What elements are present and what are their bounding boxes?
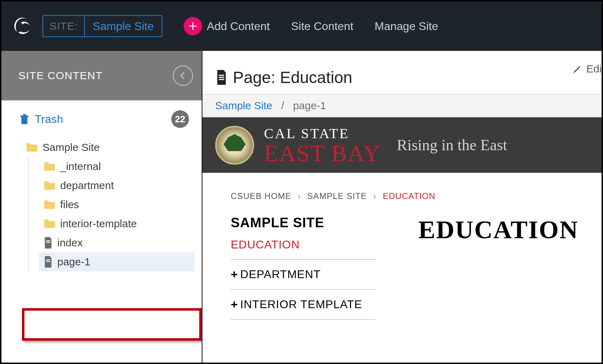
tree-label: _internal <box>60 160 101 172</box>
edit-label: Edi <box>586 63 602 75</box>
add-content-label: Add Content <box>207 20 270 33</box>
brand-logo-icon <box>10 13 35 39</box>
svg-rect-5 <box>219 77 224 78</box>
sidenav-link-interior-template[interactable]: + INTERIOR TEMPLATE <box>231 290 376 320</box>
trash-row[interactable]: Trash 22 <box>1 100 202 135</box>
sidebar: SITE CONTENT Trash 22 Sample Site _inter… <box>1 51 202 363</box>
content-area: Edi Page: Education Sample Site / page-1… <box>202 51 602 363</box>
preview-breadcrumb: CSUEB HOME › SAMPLE SITE › EDUCATION <box>202 173 602 201</box>
svg-rect-2 <box>46 259 50 260</box>
tree-item-department[interactable]: department <box>39 176 195 195</box>
sidenav-label: EDUCATION <box>231 238 300 251</box>
tree-item-page-1[interactable]: page-1 <box>39 252 195 271</box>
banner-text: CAL STATE EAST BAY <box>264 125 381 165</box>
collapse-sidebar-button[interactable] <box>173 65 193 86</box>
sidebar-header: SITE CONTENT <box>1 51 202 100</box>
folder-icon <box>43 180 56 191</box>
trash-label: Trash <box>35 113 63 126</box>
banner-tagline: Rising in the East <box>397 136 507 154</box>
breadcrumb-root[interactable]: Sample Site <box>215 100 272 111</box>
page-title: Page: Education <box>202 51 602 94</box>
site-banner: CAL STATE EAST BAY Rising in the East <box>202 117 602 173</box>
sidenav-heading: SAMPLE SITE <box>231 215 376 230</box>
breadcrumb: Sample Site / page-1 <box>202 94 602 117</box>
university-seal-icon <box>215 126 254 165</box>
nav-site-content[interactable]: Site Content <box>291 20 353 33</box>
file-tree: Sample Site _internal department files <box>1 135 202 271</box>
banner-line2: EAST BAY <box>264 142 381 165</box>
preview-columns: SAMPLE SITE EDUCATION + DEPARTMENT + INT… <box>202 201 602 320</box>
nav-manage-site[interactable]: Manage Site <box>375 20 438 33</box>
tree-item-interior-template[interactable]: interior-template <box>39 214 195 233</box>
folder-icon <box>25 142 38 153</box>
preview-heading: EDUCATION <box>418 215 579 245</box>
tree-item-internal[interactable]: _internal <box>39 157 195 176</box>
folder-icon <box>43 199 56 210</box>
tree-root[interactable]: Sample Site <box>21 138 195 157</box>
tree-children: _internal department files interior-temp… <box>28 157 195 271</box>
site-selector-label: SITE: <box>43 16 85 36</box>
svg-rect-0 <box>46 240 50 241</box>
pcrumb-1[interactable]: SAMPLE SITE <box>307 191 367 201</box>
sidenav-label: DEPARTMENT <box>240 268 321 281</box>
pcrumb-0[interactable]: CSUEB HOME <box>231 191 291 201</box>
svg-rect-6 <box>219 79 224 80</box>
tree-label: interior-template <box>60 218 137 230</box>
annotation-highlight <box>22 308 202 341</box>
sidenav-link-department[interactable]: + DEPARTMENT <box>231 260 376 290</box>
tree-label: index <box>57 237 83 249</box>
sidenav-link-education[interactable]: EDUCATION <box>231 230 376 260</box>
trash-count-badge: 22 <box>171 110 189 128</box>
edit-button[interactable]: Edi <box>572 63 602 75</box>
trash-icon <box>18 113 30 125</box>
sidenav-label: INTERIOR TEMPLATE <box>240 298 362 311</box>
tree-item-index[interactable]: index <box>39 233 195 252</box>
tree-label: files <box>60 199 79 211</box>
preview-main: EDUCATION <box>418 215 579 320</box>
page-icon <box>43 237 53 249</box>
svg-rect-1 <box>46 242 50 243</box>
tree-root-label: Sample Site <box>42 141 100 153</box>
preview-sidenav: SAMPLE SITE EDUCATION + DEPARTMENT + INT… <box>231 215 376 320</box>
top-nav: SITE: Sample Site Add Content Site Conte… <box>1 1 602 51</box>
chevron-left-icon <box>178 71 188 81</box>
main-split: SITE CONTENT Trash 22 Sample Site _inter… <box>1 51 602 363</box>
page-icon <box>43 256 53 268</box>
plus-icon: + <box>231 268 238 281</box>
breadcrumb-sep <box>275 100 281 111</box>
plus-icon <box>184 17 202 35</box>
tree-label: page-1 <box>57 256 90 268</box>
banner-line1: CAL STATE <box>264 125 381 142</box>
add-content-button[interactable]: Add Content <box>184 17 270 35</box>
tree-item-files[interactable]: files <box>39 195 195 214</box>
page-title-text: Page: Education <box>233 68 352 87</box>
breadcrumb-current: page-1 <box>293 100 326 111</box>
site-selector[interactable]: SITE: Sample Site <box>42 15 162 37</box>
site-selector-value: Sample Site <box>85 16 162 36</box>
svg-rect-4 <box>219 75 224 76</box>
chevron-right-icon: › <box>373 191 377 201</box>
svg-rect-3 <box>46 261 50 262</box>
sidebar-title: SITE CONTENT <box>18 70 103 82</box>
pencil-icon <box>572 64 583 74</box>
tree-label: department <box>60 180 114 192</box>
folder-icon <box>43 161 56 172</box>
folder-icon <box>43 218 56 229</box>
plus-icon: + <box>231 298 238 311</box>
page-icon <box>215 70 228 85</box>
chevron-right-icon: › <box>298 191 301 201</box>
pcrumb-2: EDUCATION <box>383 191 436 201</box>
